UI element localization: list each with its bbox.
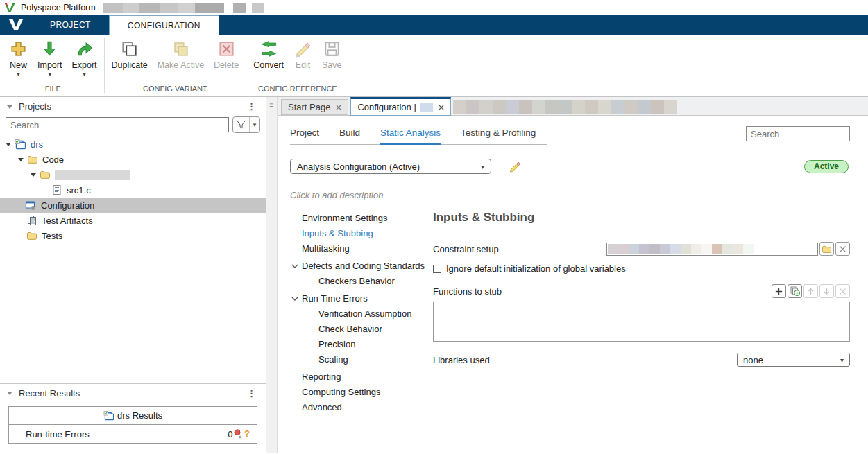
results-row-runtime-errors[interactable]: Run-time Errors 0 ? bbox=[9, 425, 257, 443]
tree-item-code[interactable]: Code bbox=[0, 152, 266, 167]
nav-multitasking[interactable]: Multitasking bbox=[302, 241, 431, 256]
filter-button[interactable]: ▾ bbox=[232, 116, 260, 133]
close-icon[interactable] bbox=[439, 105, 444, 110]
filter-caret-icon[interactable]: ▾ bbox=[249, 117, 259, 132]
caret-down-icon[interactable]: ▾ bbox=[17, 71, 20, 78]
remove-row-button[interactable] bbox=[835, 284, 850, 298]
nav-computing-settings[interactable]: Computing Settings bbox=[302, 385, 431, 400]
ribbon-tab-project[interactable]: PROJECT bbox=[32, 15, 109, 35]
add-row-button[interactable] bbox=[772, 284, 786, 298]
settings-search-input[interactable] bbox=[746, 126, 850, 141]
duplicate-button[interactable]: Duplicate bbox=[107, 40, 153, 83]
nav-checkers-behavior[interactable]: Checkers Behavior bbox=[302, 274, 431, 289]
make-active-icon bbox=[171, 40, 190, 58]
expander-icon[interactable] bbox=[6, 143, 11, 149]
document-tab-bar: Start Page Configuration | bbox=[278, 97, 868, 116]
runtime-errors-icon bbox=[233, 429, 244, 439]
move-up-button[interactable] bbox=[803, 284, 818, 298]
add-multiple-icon bbox=[790, 286, 800, 296]
delete-button[interactable]: Delete bbox=[209, 40, 244, 83]
collapse-arrow-icon[interactable] bbox=[7, 105, 12, 112]
projects-panel-title: Projects bbox=[19, 101, 51, 112]
ignore-default-init-checkbox[interactable] bbox=[433, 265, 441, 273]
browse-folder-button[interactable] bbox=[819, 242, 834, 256]
results-table-header[interactable]: drs Results bbox=[9, 407, 257, 425]
nav-precision[interactable]: Precision bbox=[302, 337, 431, 352]
functions-to-stub-list[interactable] bbox=[433, 302, 850, 342]
redacted-tab-strip bbox=[453, 100, 677, 114]
nav-check-behavior[interactable]: Check Behavior bbox=[302, 322, 431, 337]
tree-item-redacted-folder[interactable] bbox=[0, 167, 266, 182]
ribbon-group-config-variant: Duplicate Make Active Delete CONFIG VARI… bbox=[107, 35, 244, 96]
tab-static-analysis[interactable]: Static Analysis bbox=[380, 128, 441, 145]
app-title: Polyspace Platform bbox=[21, 3, 96, 12]
projects-search-input[interactable] bbox=[6, 117, 229, 132]
edit-button[interactable]: Edit bbox=[289, 40, 317, 83]
export-button[interactable]: Export ▾ bbox=[67, 40, 101, 83]
project-icon bbox=[15, 139, 26, 150]
question-badge: ? bbox=[244, 429, 250, 439]
tree-item-source-file[interactable]: src1.c bbox=[0, 182, 266, 198]
polyspace-v-logo-icon[interactable] bbox=[0, 15, 32, 35]
constraint-setup-label: Constraint setup bbox=[433, 244, 499, 254]
inputs-stubbing-panel: Inputs & Stubbing Constraint setup bbox=[433, 211, 850, 415]
functions-toolbar bbox=[772, 284, 850, 298]
tree-item-project[interactable]: drs bbox=[0, 137, 266, 152]
chevron-down-icon[interactable] bbox=[291, 296, 298, 302]
ribbon-group-config-reference: Convert Edit Save bbox=[248, 35, 346, 96]
tab-project[interactable]: Project bbox=[290, 128, 319, 144]
redacted-folder-name bbox=[55, 170, 130, 180]
tree-item-test-artifacts[interactable]: Test Artifacts bbox=[0, 213, 266, 228]
move-down-button[interactable] bbox=[819, 284, 834, 298]
config-variant-select[interactable]: Analysis Configuration (Active) ▾ bbox=[290, 159, 491, 174]
nav-verification-assumption[interactable]: Verification Assumption bbox=[302, 306, 431, 322]
arrow-down-icon bbox=[822, 287, 831, 296]
nav-run-time-errors[interactable]: Run Time Errors bbox=[302, 291, 431, 306]
expander-icon[interactable] bbox=[18, 158, 24, 164]
tree-item-tests[interactable]: Tests bbox=[0, 228, 266, 243]
panel-menu-icon[interactable]: ⋮ bbox=[244, 388, 259, 399]
redacted-title-text bbox=[252, 3, 264, 13]
tab-configuration[interactable]: Configuration | bbox=[350, 97, 450, 116]
nav-advanced[interactable]: Advanced bbox=[302, 400, 431, 415]
redacted-title-text bbox=[233, 3, 246, 13]
arrow-up-icon bbox=[806, 287, 815, 296]
ribbon-tab-configuration[interactable]: CONFIGURATION bbox=[109, 15, 219, 35]
file-icon bbox=[51, 184, 62, 195]
collapse-arrow-icon[interactable] bbox=[7, 392, 12, 398]
tab-testing-profiling[interactable]: Testing & Profiling bbox=[461, 128, 536, 144]
close-icon[interactable] bbox=[336, 105, 341, 110]
project-icon bbox=[103, 411, 114, 421]
edit-description-button[interactable] bbox=[508, 159, 522, 173]
import-button[interactable]: Import ▾ bbox=[33, 40, 67, 83]
nav-reporting[interactable]: Reporting bbox=[302, 369, 431, 385]
nav-environment-settings[interactable]: Environment Settings bbox=[302, 211, 431, 226]
libraries-used-label: Libraries used bbox=[433, 355, 490, 365]
panel-menu-icon[interactable]: ⋮ bbox=[244, 101, 259, 112]
nav-scaling[interactable]: Scaling bbox=[302, 352, 431, 367]
new-button[interactable]: New ▾ bbox=[4, 40, 33, 83]
tree-item-configuration[interactable]: Configuration bbox=[0, 198, 266, 213]
make-active-button[interactable]: Make Active bbox=[153, 40, 209, 83]
caret-down-icon[interactable]: ▾ bbox=[48, 71, 51, 78]
constraint-setup-field[interactable] bbox=[606, 243, 818, 256]
expander-icon[interactable] bbox=[31, 173, 36, 180]
panel-divider-strip[interactable]: ≡ bbox=[266, 97, 278, 453]
tab-list-icon[interactable]: ≡ bbox=[266, 101, 277, 109]
duplicate-icon bbox=[120, 40, 139, 58]
add-multiple-button[interactable] bbox=[788, 284, 802, 298]
project-tree: drs Code src1.c bbox=[0, 137, 266, 243]
nav-inputs-stubbing[interactable]: Inputs & Stubbing bbox=[302, 226, 431, 241]
nav-defects-coding-standards[interactable]: Defects and Coding Standards bbox=[302, 259, 431, 274]
caret-down-icon[interactable]: ▾ bbox=[83, 71, 86, 78]
clear-constraint-button[interactable] bbox=[835, 242, 850, 256]
active-status-badge: Active bbox=[804, 160, 849, 173]
ribbon: New ▾ Import ▾ Export ▾ FILE bbox=[0, 35, 868, 97]
convert-button[interactable]: Convert bbox=[248, 40, 289, 83]
chevron-down-icon[interactable] bbox=[291, 263, 298, 269]
tab-start-page[interactable]: Start Page bbox=[281, 99, 348, 115]
description-placeholder[interactable]: Click to add description bbox=[290, 190, 868, 200]
tab-build[interactable]: Build bbox=[339, 128, 360, 144]
libraries-used-select[interactable]: none ▾ bbox=[737, 353, 850, 367]
save-button[interactable]: Save bbox=[317, 40, 347, 83]
